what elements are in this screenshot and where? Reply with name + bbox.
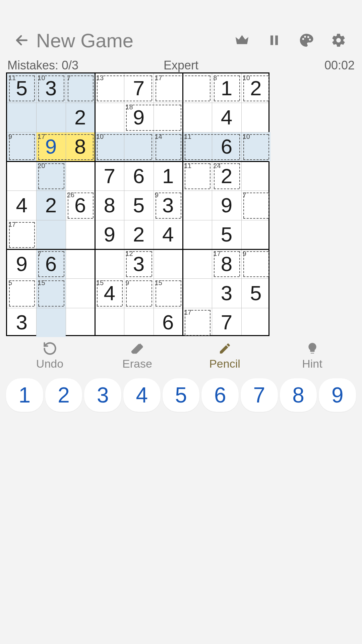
cage-border [214, 251, 239, 252]
cell-value: 9 [16, 254, 27, 274]
cell-r8-c0[interactable]: 3 [7, 308, 36, 337]
cell-r4-c1[interactable]: 2 [36, 191, 65, 220]
back-icon[interactable] [13, 32, 30, 49]
cell-r6-c5[interactable] [154, 249, 183, 278]
cell-r5-c2[interactable] [66, 220, 95, 249]
cell-r2-c7[interactable]: 6 [212, 132, 241, 161]
cell-r3-c8[interactable] [241, 161, 270, 191]
cell-r8-c8[interactable] [241, 308, 270, 337]
cell-r3-c0[interactable] [7, 161, 36, 191]
cell-r4-c0[interactable]: 4 [7, 191, 36, 220]
gear-icon[interactable] [328, 30, 349, 50]
cell-r0-c4[interactable]: 7 [124, 73, 153, 103]
cell-r2-c2[interactable]: 8 [66, 132, 95, 161]
cell-r4-c4[interactable]: 5 [124, 191, 153, 220]
cell-r0-c6[interactable] [183, 73, 212, 103]
num-button-9[interactable]: 9 [319, 378, 356, 412]
cage-border [214, 163, 239, 164]
num-button-4[interactable]: 4 [123, 378, 161, 412]
cell-r5-c7[interactable]: 5 [212, 220, 241, 249]
cage-border [97, 75, 98, 101]
cell-r4-c6[interactable] [183, 191, 212, 220]
cell-r1-c3[interactable] [95, 103, 124, 132]
mistakes-label: Mistakes: 0/3 [7, 58, 123, 72]
palette-icon[interactable] [296, 30, 316, 50]
cell-r6-c2[interactable] [66, 249, 95, 278]
cell-r4-c7[interactable]: 9 [212, 191, 241, 220]
cell-r7-c7[interactable]: 3 [212, 278, 241, 308]
cell-r1-c6[interactable] [183, 103, 212, 132]
cell-r3-c3[interactable]: 7 [95, 161, 124, 191]
cell-r2-c4[interactable] [124, 132, 153, 161]
cell-r1-c8[interactable] [241, 103, 270, 132]
cell-value: 6 [133, 166, 144, 186]
cage-border [185, 159, 239, 160]
cage-border [214, 276, 239, 277]
erase-button[interactable]: Erase [94, 340, 181, 371]
cell-r8-c7[interactable]: 7 [212, 308, 241, 337]
num-button-7[interactable]: 7 [241, 378, 278, 412]
cell-r7-c6[interactable] [183, 278, 212, 308]
cell-r5-c1[interactable] [36, 220, 65, 249]
pencil-button[interactable]: Pencil [181, 340, 268, 371]
cell-value: 8 [104, 195, 115, 216]
cell-r5-c3[interactable]: 9 [95, 220, 124, 249]
crown-icon[interactable] [232, 30, 252, 50]
cell-r1-c0[interactable] [7, 103, 36, 132]
cell-r3-c5[interactable]: 1 [154, 161, 183, 191]
cage-border [93, 193, 94, 218]
cell-r8-c1[interactable] [36, 308, 65, 337]
cage-border [239, 75, 240, 101]
cage-border [243, 75, 268, 76]
cell-r5-c5[interactable]: 4 [154, 220, 183, 249]
undo-button[interactable]: Undo [6, 340, 94, 371]
cell-r6-c6[interactable] [183, 249, 212, 278]
cell-r6-c3[interactable] [95, 249, 124, 278]
num-button-2[interactable]: 2 [45, 378, 82, 412]
num-button-8[interactable]: 8 [280, 378, 317, 412]
cell-value: 7 [104, 166, 115, 186]
cell-r8-c4[interactable] [124, 308, 153, 337]
cage-border [97, 75, 152, 76]
cage-border [268, 193, 269, 218]
cell-r3-c2[interactable] [66, 161, 95, 191]
cage-border [181, 193, 181, 218]
cage-border [38, 163, 63, 164]
cage-border [9, 306, 34, 307]
cell-r8-c5[interactable]: 6 [154, 308, 183, 337]
cell-r3-c4[interactable]: 6 [124, 161, 153, 191]
cell-r1-c2[interactable]: 2 [66, 103, 95, 132]
cell-r6-c0[interactable]: 9 [7, 249, 36, 278]
cell-r8-c3[interactable] [95, 308, 124, 337]
cage-border [185, 310, 185, 335]
page-title[interactable]: New Game [36, 29, 133, 52]
cell-r1-c5[interactable] [154, 103, 183, 132]
cage-border [185, 189, 210, 189]
cage-border [9, 247, 34, 248]
cage-border [9, 134, 34, 135]
cell-r8-c2[interactable] [66, 308, 95, 337]
cell-value: 3 [221, 283, 232, 304]
hint-button[interactable]: Hint [268, 340, 356, 371]
num-button-6[interactable]: 6 [201, 378, 239, 412]
num-button-3[interactable]: 3 [84, 378, 121, 412]
pause-icon[interactable] [264, 30, 284, 50]
cage-border [126, 251, 151, 252]
cage-border [97, 159, 152, 160]
cell-r5-c4[interactable]: 2 [124, 220, 153, 249]
cell-r1-c1[interactable] [36, 103, 65, 132]
num-button-5[interactable]: 5 [163, 378, 200, 412]
cell-r4-c3[interactable]: 8 [95, 191, 124, 220]
cell-value: 2 [45, 195, 57, 216]
cell-r5-c6[interactable] [183, 220, 212, 249]
cage-border [156, 159, 181, 160]
cell-r5-c8[interactable] [241, 220, 270, 249]
cell-r7-c8[interactable]: 5 [241, 278, 270, 308]
cage-border [68, 218, 93, 219]
cage-border [156, 280, 156, 306]
hint-icon [305, 341, 320, 356]
cell-r7-c2[interactable] [66, 278, 95, 308]
cell-r1-c7[interactable]: 4 [212, 103, 241, 132]
cage-border [38, 163, 39, 189]
num-button-1[interactable]: 1 [6, 378, 43, 412]
